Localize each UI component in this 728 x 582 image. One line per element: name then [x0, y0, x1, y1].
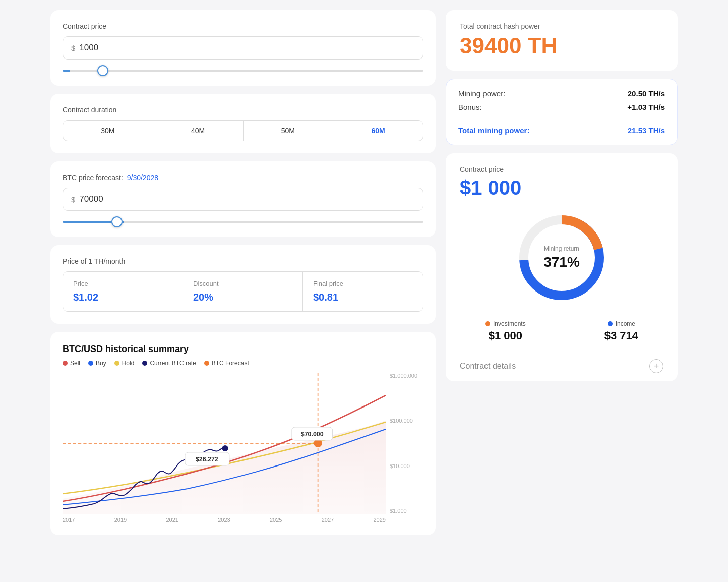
investments-legend: Investments: [485, 320, 526, 327]
btc-forecast-dot: [204, 361, 209, 366]
current-btc-dot: [142, 361, 147, 366]
legend-hold: Hold: [114, 360, 135, 367]
duration-tabs: 30M 40M 50M 60M: [63, 120, 423, 141]
chart-legend: Sell Buy Hold Current BTC rate BTC Forec…: [63, 360, 423, 367]
contract-price-display: 1000: [79, 43, 98, 53]
donut-section: Mining return 371% Investments $1 000: [446, 207, 678, 351]
btc-forecast-display: 70000: [79, 194, 103, 204]
donut-center: Mining return 371%: [543, 245, 580, 270]
final-price-value: $0.81: [313, 292, 413, 303]
hold-label: Hold: [122, 360, 135, 367]
contract-price-right-label: Contract price: [460, 165, 663, 173]
price-label: Price: [73, 280, 172, 287]
contract-duration-card: Contract duration 30M 40M 50M 60M: [50, 94, 436, 153]
contract-price-label: Contract price: [63, 22, 423, 30]
btc-forecast-label: BTC price forecast: 9/30/2028: [63, 173, 423, 182]
contract-price-right-value: $1 000: [460, 177, 663, 199]
tab-40m[interactable]: 40M: [153, 121, 244, 141]
x-label-3: 2021: [166, 517, 178, 523]
x-labels: 2017 2019 2021 2023 2025 2027 2029: [63, 517, 423, 523]
hash-power-value: 39400 TH: [460, 33, 663, 59]
contract-details-label: Contract details: [460, 362, 516, 371]
y-label-1: $1.000.000: [390, 373, 423, 379]
donut-label: Mining return: [543, 245, 580, 252]
contract-summary-card: Contract price $1 000 Mining return: [446, 153, 678, 381]
price-th-label: Price of 1 TH/month: [63, 257, 423, 265]
current-btc-label: Current BTC rate: [150, 360, 196, 367]
btc-dollar-sign: $: [71, 195, 75, 204]
y-label-3: $10.000: [390, 463, 423, 469]
tooltip1-text: $26.272: [196, 456, 218, 463]
contract-price-input-wrap: $ 1000: [63, 36, 423, 60]
discount-label: Discount: [193, 280, 292, 287]
chart-title: BTC/USD historical summary: [63, 344, 423, 355]
tab-60m[interactable]: 60M: [333, 121, 423, 141]
legend-sell: Sell: [63, 360, 80, 367]
income-item: Income $3 714: [604, 320, 638, 342]
x-label-5: 2025: [270, 517, 282, 523]
chart-area: $26.272 $70.000: [63, 373, 386, 514]
income-value: $3 714: [604, 329, 638, 342]
price-th-card: Price of 1 TH/month Price $1.02 Discount…: [50, 245, 436, 324]
hold-dot: [114, 361, 119, 366]
discount-cell: Discount 20%: [183, 272, 303, 311]
tab-30m[interactable]: 30M: [63, 121, 153, 141]
contract-price-slider[interactable]: [63, 70, 423, 72]
mining-power-value: 20.50 TH/s: [628, 89, 665, 98]
btc-forecast-card: BTC price forecast: 9/30/2028 $ 70000: [50, 161, 436, 237]
income-legend: Income: [604, 320, 638, 327]
btc-forecast-input-wrap: $ 70000: [63, 188, 423, 211]
contract-price-section: Contract price $1 000: [446, 153, 678, 199]
mining-info-card: Mining power: 20.50 TH/s Bonus: +1.03 TH…: [446, 79, 678, 145]
total-mining-value: 21.53 TH/s: [628, 126, 665, 135]
contract-duration-label: Contract duration: [63, 106, 423, 114]
investments-item: Investments $1 000: [485, 320, 526, 342]
current-btc-dot-chart: [222, 445, 228, 451]
sell-label: Sell: [70, 360, 80, 367]
income-label: Income: [616, 320, 635, 327]
buy-dot: [88, 361, 93, 366]
y-labels: $1.000.000 $100.000 $10.000 $1.000: [386, 373, 423, 514]
btc-forecast-legend-label: BTC Forecast: [212, 360, 249, 367]
buy-label: Buy: [96, 360, 106, 367]
investments-label: Investments: [493, 320, 526, 327]
x-label-4: 2023: [218, 517, 230, 523]
invest-income-row: Investments $1 000 Income $3 714: [446, 320, 678, 342]
chart-card: BTC/USD historical summary Sell Buy Hold…: [50, 332, 436, 535]
bonus-row: Bonus: +1.03 TH/s: [458, 103, 665, 111]
x-label-7: 2029: [374, 517, 386, 523]
x-label-6: 2027: [322, 517, 334, 523]
mining-divider: [458, 119, 665, 119]
tooltip2-text: $70.000: [301, 431, 324, 438]
legend-current-btc: Current BTC rate: [142, 360, 196, 367]
btc-forecast-date[interactable]: 9/30/2028: [127, 173, 158, 182]
hash-power-card: Total contract hash power 39400 TH: [446, 10, 678, 71]
tab-50m[interactable]: 50M: [244, 121, 334, 141]
final-price-cell: Final price $0.81: [303, 272, 423, 311]
final-price-label: Final price: [313, 280, 413, 287]
donut-pct: 371%: [543, 254, 580, 270]
total-mining-label: Total mining power:: [458, 126, 529, 135]
legend-btc-forecast: BTC Forecast: [204, 360, 249, 367]
chart-area-wrap: $26.272 $70.000 $1.000.000 $100.000 $10.…: [63, 373, 423, 514]
contract-price-card: Contract price $ 1000: [50, 10, 436, 86]
y-label-2: $100.000: [390, 418, 423, 424]
price-value: $1.02: [73, 292, 172, 303]
hash-power-label: Total contract hash power: [460, 22, 663, 30]
bonus-label: Bonus:: [458, 103, 482, 111]
btc-forecast-slider[interactable]: [63, 221, 423, 223]
total-mining-row: Total mining power: 21.53 TH/s: [458, 126, 665, 135]
price-cell: Price $1.02: [63, 272, 183, 311]
contract-price-slider-wrap: [63, 65, 423, 74]
left-panel: Contract price $ 1000 Contract duration …: [50, 10, 436, 535]
y-label-4: $1.000: [390, 508, 423, 514]
income-dot: [608, 321, 613, 326]
sell-dot: [63, 361, 68, 366]
mining-power-row: Mining power: 20.50 TH/s: [458, 89, 665, 98]
chart-container: $26.272 $70.000 $1.000.000 $100.000 $10.…: [63, 373, 423, 523]
mining-power-label: Mining power:: [458, 89, 505, 98]
btc-forecast-slider-wrap: [63, 216, 423, 225]
donut-chart-wrap: Mining return 371%: [511, 207, 612, 308]
investments-dot: [485, 321, 490, 326]
contract-details-expand-button[interactable]: +: [649, 359, 663, 373]
